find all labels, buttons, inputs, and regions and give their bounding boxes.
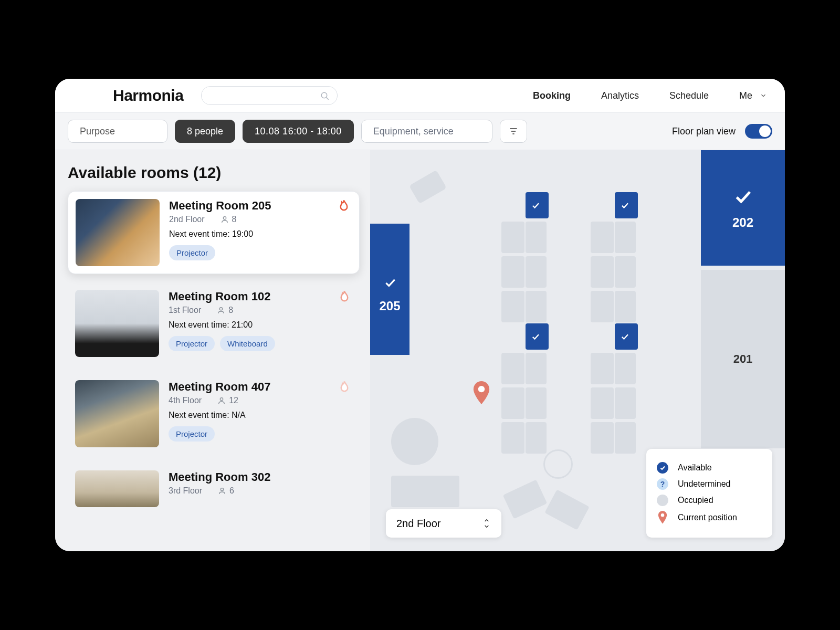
desk-occupied [526, 353, 547, 384]
desk-occupied [501, 353, 524, 384]
floorplan-shape [391, 476, 459, 507]
search-icon [320, 91, 330, 101]
nav-booking[interactable]: Booking [533, 90, 571, 101]
room-meta: 3rd Floor 6 [169, 486, 352, 496]
desk-occupied [501, 387, 524, 419]
desk-occupied [526, 256, 547, 288]
floorplan-toggle[interactable] [745, 124, 772, 139]
floorplan-room-202[interactable]: 202 [701, 150, 785, 266]
floorplan-shape [544, 489, 589, 530]
legend-item-available: Available [657, 462, 762, 474]
legend-label: Occupied [678, 496, 713, 505]
floorplan-toggle-label: Floor plan view [672, 126, 736, 137]
check-icon [620, 201, 629, 210]
nav-me[interactable]: Me [739, 90, 767, 101]
room-tag: Projector [169, 336, 215, 351]
desk-occupied [591, 291, 614, 322]
floorplan-room-label: 205 [379, 299, 400, 313]
body: Available rooms (12) Meeting Room 205 2n… [55, 150, 785, 551]
desk-available[interactable] [615, 323, 638, 350]
desk-occupied [591, 387, 614, 419]
person-icon [217, 306, 225, 314]
svg-point-5 [223, 217, 226, 219]
room-list-panel: Available rooms (12) Meeting Room 205 2n… [55, 150, 370, 551]
room-card[interactable]: Meeting Room 407 4th Floor 12 Next event… [68, 373, 360, 455]
room-list-title: Available rooms (12) [68, 164, 360, 182]
room-next-event: Next event time: 21:00 [169, 320, 352, 330]
legend-item-current: Current position [657, 511, 762, 524]
room-meta: 1st Floor 8 [169, 306, 352, 315]
room-thumbnail [76, 199, 160, 266]
nav-schedule[interactable]: Schedule [669, 90, 709, 101]
floorplan-room-205[interactable]: 205 [370, 224, 410, 355]
filter-equipment[interactable]: Equipment, service [361, 120, 492, 143]
svg-point-0 [322, 92, 328, 98]
floorplan-shape [409, 170, 447, 204]
desk-occupied [526, 422, 547, 454]
legend-item-occupied: Occupied [657, 495, 762, 506]
nav-analytics[interactable]: Analytics [601, 90, 639, 101]
room-floor: 2nd Floor [169, 215, 205, 224]
svg-point-8 [220, 488, 223, 491]
room-card-body: Meeting Room 302 3rd Floor 6 [169, 470, 352, 507]
brand-logo: Harmonia [113, 87, 183, 104]
app-window: Harmonia Booking Analytics Schedule Me P… [55, 79, 785, 551]
floor-selector[interactable]: 2nd Floor [386, 509, 501, 538]
desk-cluster [591, 323, 636, 454]
room-name: Meeting Room 102 [169, 290, 352, 303]
room-capacity-value: 12 [229, 396, 238, 405]
desk-occupied [615, 222, 636, 253]
room-floor: 1st Floor [169, 306, 201, 315]
room-card-body: Meeting Room 407 4th Floor 12 Next event… [169, 380, 352, 447]
desk-available[interactable] [526, 323, 549, 350]
chevron-updown-icon [482, 518, 491, 529]
room-thumbnail [75, 380, 159, 447]
filter-purpose[interactable]: Purpose [68, 120, 167, 143]
person-icon [220, 215, 229, 224]
room-tags: Projector [169, 426, 352, 442]
person-icon [218, 487, 226, 495]
desk-occupied [591, 422, 614, 454]
desk-occupied [615, 422, 636, 454]
room-next-event: Next event time: N/A [169, 411, 352, 420]
room-card[interactable]: Meeting Room 102 1st Floor 8 Next event … [68, 282, 360, 364]
desk-occupied [501, 422, 524, 454]
filter-people[interactable]: 8 people [175, 120, 235, 143]
desk-occupied [615, 353, 636, 384]
check-icon [383, 276, 397, 289]
floorplan-panel[interactable]: 205 202 201 [370, 150, 785, 551]
filter-more-button[interactable] [500, 120, 527, 143]
desk-occupied [591, 353, 614, 384]
room-name: Meeting Room 302 [169, 470, 352, 484]
room-capacity-value: 8 [232, 215, 237, 224]
legend-dot-undetermined: ? [657, 478, 668, 490]
check-icon [732, 186, 753, 207]
filter-datetime[interactable]: 10.08 16:00 - 18:00 [243, 120, 354, 143]
desk-available[interactable] [526, 192, 549, 218]
room-card[interactable]: Meeting Room 205 2nd Floor 8 Next event … [68, 191, 360, 274]
legend-label: Undetermined [678, 479, 731, 489]
legend-dot-occupied [657, 495, 668, 506]
svg-line-1 [327, 97, 329, 100]
floorplan-shape [543, 449, 573, 479]
desk-occupied [501, 291, 524, 322]
floor-selector-value: 2nd Floor [396, 518, 441, 530]
desk-cluster [591, 192, 636, 322]
floorplan-shape [391, 418, 438, 465]
desk-occupied [501, 256, 524, 288]
person-icon [217, 396, 226, 405]
search-input[interactable] [201, 86, 338, 105]
desk-occupied [526, 291, 547, 322]
desk-available[interactable] [615, 192, 638, 218]
room-name: Meeting Room 205 [169, 199, 352, 213]
legend: Available ? Undetermined Occupied Curren… [646, 449, 772, 538]
room-tag: Projector [169, 245, 215, 260]
room-card-body: Meeting Room 205 2nd Floor 8 Next event … [169, 199, 352, 266]
floorplan-toggle-group: Floor plan view [672, 124, 772, 139]
room-card[interactable]: Meeting Room 302 3rd Floor 6 [68, 463, 360, 514]
desk-occupied [526, 222, 547, 253]
legend-item-undetermined: ? Undetermined [657, 478, 762, 490]
room-tags: Projector Whiteboard [169, 336, 352, 351]
desk-occupied [591, 222, 614, 253]
floorplan-room-201[interactable]: 201 [701, 270, 785, 448]
